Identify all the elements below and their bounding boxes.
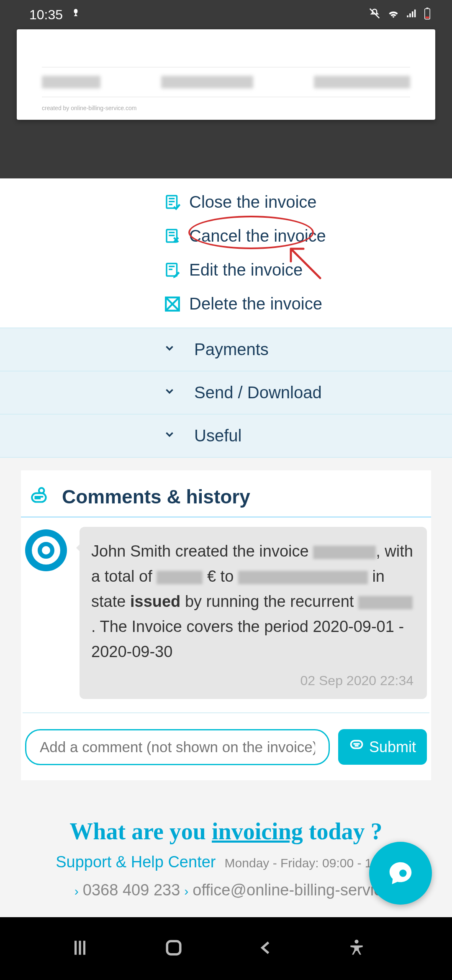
signal-icon [406, 8, 418, 22]
invoice-row [42, 67, 410, 97]
avatar [25, 529, 67, 571]
accordion: Payments Send / Download Useful [0, 328, 452, 458]
recents-button[interactable] [69, 937, 90, 960]
status-time: 10:35 [29, 7, 63, 23]
comments-icon [29, 486, 50, 507]
back-button[interactable] [257, 939, 275, 959]
accordion-useful-label: Useful [194, 426, 241, 445]
accordion-useful[interactable]: Useful [0, 415, 452, 458]
svg-rect-22 [167, 941, 180, 954]
accessibility-button[interactable] [347, 939, 366, 959]
delete-invoice-action[interactable]: Delete the invoice [0, 287, 452, 321]
edit-invoice-icon [163, 261, 182, 279]
battery-icon [424, 7, 431, 23]
close-invoice-action[interactable]: Close the invoice [0, 185, 452, 219]
comments-section: Comments & history John Smith created th… [21, 470, 431, 780]
delete-invoice-icon [163, 295, 182, 313]
accordion-send-download-label: Send / Download [194, 383, 322, 402]
accordion-payments-label: Payments [194, 340, 269, 359]
svg-rect-2 [426, 16, 429, 18]
support-email[interactable]: office@online-billing-servic [193, 881, 382, 899]
submit-label: Submit [369, 738, 416, 756]
svg-point-21 [399, 869, 407, 877]
svg-rect-1 [426, 8, 429, 9]
home-button[interactable] [162, 936, 185, 961]
cancel-invoice-label: Cancel the invoice [189, 227, 326, 245]
accordion-send-download[interactable]: Send / Download [0, 371, 452, 415]
svg-point-8 [39, 488, 44, 493]
android-status-bar: 10:35 [0, 0, 452, 29]
edit-invoice-action[interactable]: Edit the invoice [0, 253, 452, 287]
chevron-down-icon [163, 342, 178, 357]
android-nav-bar [0, 917, 452, 980]
chat-fab[interactable] [369, 842, 432, 905]
edit-invoice-label: Edit the invoice [189, 260, 303, 279]
comment-timestamp: 02 Sep 2020 22:34 [91, 670, 413, 691]
contact-line: ›0368 409 233›office@online-billing-serv… [21, 881, 431, 899]
app-indicator-icon [70, 8, 81, 22]
invoice-preview-area: created by online-billing-service.com [0, 29, 452, 178]
wifi-icon [387, 7, 400, 23]
delete-invoice-label: Delete the invoice [189, 294, 322, 313]
invoice-actions: Close the invoice Cancel the invoice Edi… [0, 178, 452, 328]
comment-entry: John Smith created the invoice , with a … [21, 527, 431, 699]
chat-icon [349, 738, 364, 756]
invoice-preview-card: created by online-billing-service.com [17, 29, 435, 120]
chat-bubble-icon [386, 859, 415, 888]
chevron-down-icon [163, 385, 178, 400]
tagline: What are you invoicing today ? [21, 818, 431, 845]
chevron-down-icon [163, 428, 178, 444]
comment-bubble: John Smith created the invoice , with a … [80, 527, 427, 699]
close-invoice-icon [163, 193, 182, 211]
support-phone[interactable]: 0368 409 233 [83, 881, 180, 899]
cancel-invoice-action[interactable]: Cancel the invoice [0, 219, 452, 253]
close-invoice-label: Close the invoice [189, 193, 317, 211]
accordion-payments[interactable]: Payments [0, 328, 452, 371]
svg-point-23 [354, 940, 358, 944]
comment-input[interactable] [25, 729, 330, 765]
submit-comment-button[interactable]: Submit [338, 729, 427, 765]
invoice-footer-text: created by online-billing-service.com [42, 105, 410, 111]
cancel-invoice-icon [163, 227, 182, 245]
vibrate-icon [368, 7, 381, 23]
comments-header-label: Comments & history [62, 485, 250, 508]
comments-header: Comments & history [21, 470, 431, 516]
